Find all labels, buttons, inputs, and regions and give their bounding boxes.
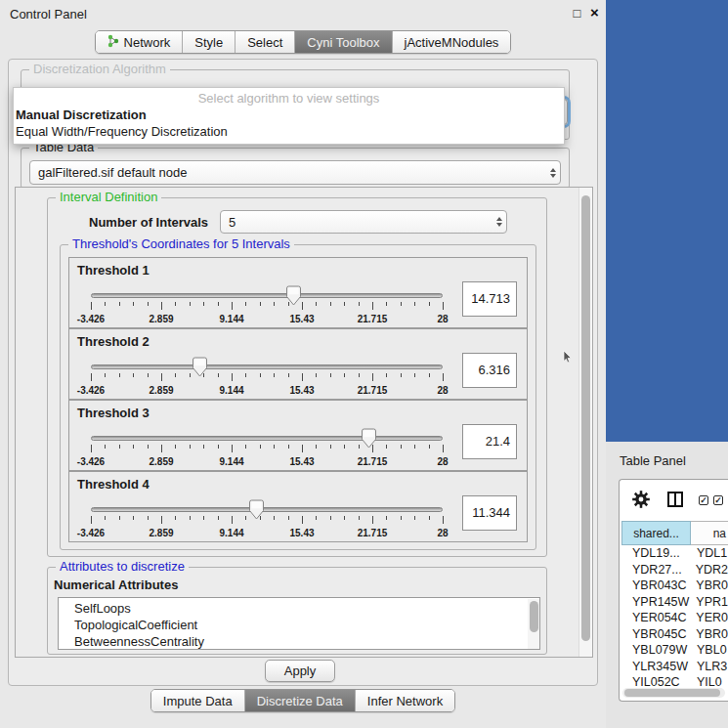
cell-shared-name[interactable]: YIL052C [621, 674, 694, 686]
cell-shared-name[interactable]: YBL079W [621, 642, 694, 659]
column-header-name[interactable]: na [691, 521, 728, 545]
threshold-2-slider[interactable]: -3.4262.8599.14415.4321.71528 [91, 357, 443, 398]
cell-shared-name[interactable]: YDL19... [621, 545, 694, 562]
settings-vertical-scrollbar[interactable] [578, 188, 592, 657]
threshold-1-value-field[interactable]: 14.713 [462, 281, 517, 317]
cell-shared-name[interactable]: YPR145W [621, 594, 693, 611]
cell-shared-name[interactable]: YDR27... [621, 562, 693, 578]
cell-name[interactable]: YPR1 [693, 594, 728, 611]
table-row[interactable]: YBL079WYBL0 [621, 642, 728, 659]
slider-tick [190, 302, 191, 306]
dropdown-option-equal-width-frequency[interactable]: Equal Width/Frequency Discretization [16, 124, 228, 139]
thresholds-group: Threshold's Coordinates for 5 Intervals … [60, 244, 536, 550]
slider-tick [133, 302, 134, 306]
slider-tick [105, 302, 106, 306]
slider-track[interactable] [91, 436, 443, 441]
scrollbar-thumb[interactable] [624, 689, 720, 697]
cell-name[interactable]: YER0 [693, 610, 728, 626]
cell-name[interactable]: YBR0 [693, 626, 728, 643]
table-row[interactable]: YLR345WYLR3 [621, 659, 728, 675]
cell-name[interactable]: YDR2 [693, 562, 728, 578]
slider-tick [218, 302, 219, 306]
slider-tick [274, 302, 275, 306]
slider-thumb[interactable] [362, 428, 376, 451]
number-of-intervals-combobox[interactable]: 5 [220, 210, 507, 234]
cell-shared-name[interactable]: YER054C [621, 610, 693, 626]
bottom-tabstrip: Impute DataDiscretize DataInfer Network [0, 689, 606, 712]
cell-name[interactable]: YIL0 [694, 674, 728, 686]
column-header-shared-name[interactable]: shared... [621, 521, 691, 545]
slider-track[interactable] [91, 293, 443, 298]
threshold-3-value-field[interactable]: 21.4 [462, 424, 517, 459]
table-row[interactable]: YBR045CYBR0 [621, 626, 728, 643]
slider-tick [119, 373, 120, 377]
slider-tick [105, 516, 106, 520]
slider-tick [330, 516, 331, 520]
dropdown-option-manual-discretization[interactable]: Manual Discretization [16, 107, 147, 122]
threshold-1-box: Threshold 1-3.4262.8599.14415.4321.71528… [68, 257, 528, 328]
network-icon [107, 34, 119, 51]
split-columns-icon[interactable] [667, 492, 683, 507]
tab-style[interactable]: Style [183, 31, 236, 53]
tab-network[interactable]: Network [96, 31, 184, 53]
tab-cyni-toolbox[interactable]: Cyni Toolbox [295, 31, 392, 53]
threshold-4-value-field[interactable]: 11.344 [462, 495, 517, 531]
slider-tick-label: 28 [437, 456, 448, 467]
bottom-tab-infer-network[interactable]: Infer Network [356, 690, 454, 711]
bottom-tab-discretize-data[interactable]: Discretize Data [245, 690, 356, 711]
scrollbar-thumb[interactable] [530, 601, 538, 632]
checked-checkbox-icon[interactable]: ✓ [713, 495, 723, 505]
cell-shared-name[interactable]: YBR045C [621, 626, 693, 643]
attribute-item-betweennesscentrality[interactable]: BetweennessCentrality [59, 633, 539, 650]
attribute-item-selfloops[interactable]: SelfLoops [59, 600, 539, 617]
attribute-item-topologicalcoefficient[interactable]: TopologicalCoefficient [59, 617, 539, 633]
tab-jactivemnodules[interactable]: jActiveMNodules [393, 31, 511, 53]
table-row[interactable]: YDL19...YDL1 [621, 545, 728, 562]
table-row[interactable]: YBR043CYBR0 [621, 578, 728, 594]
checked-checkbox-icon[interactable]: ✓ [699, 495, 708, 505]
tab-select[interactable]: Select [236, 31, 295, 53]
numerical-attributes-list[interactable]: SelfLoopsTopologicalCoefficientBetweenne… [58, 597, 540, 650]
cell-name[interactable]: YBR0 [693, 578, 728, 594]
slider-tick-label: 2.859 [149, 456, 173, 467]
tab-label: jActiveMNodules [405, 35, 499, 50]
slider-track[interactable] [91, 507, 443, 512]
attributes-scrollbar[interactable] [528, 599, 539, 650]
table-row[interactable]: YIL052CYIL0 [621, 674, 728, 686]
slider-tick [119, 302, 120, 306]
apply-button[interactable]: Apply [265, 660, 335, 682]
threshold-3-slider[interactable]: -3.4262.8599.14415.4321.71528 [91, 428, 443, 469]
table-row[interactable]: YDR27...YDR2 [621, 562, 728, 578]
threshold-4-slider[interactable]: -3.4262.8599.14415.4321.71528 [91, 499, 443, 540]
table-horizontal-scrollbar[interactable] [622, 688, 725, 698]
slider-thumb[interactable] [286, 285, 301, 309]
slider-tick [119, 516, 120, 520]
slider-thumb[interactable] [249, 499, 264, 523]
close-icon[interactable]: × [587, 5, 602, 20]
settings-scrollpane: Interval Definition Number of Intervals … [15, 187, 593, 658]
cell-shared-name[interactable]: YBR043C [621, 578, 693, 594]
bottom-tab-impute-data[interactable]: Impute Data [151, 690, 245, 711]
table-row[interactable]: YPR145WYPR1 [621, 594, 728, 611]
group-label: Threshold's Coordinates for 5 Intervals [68, 236, 294, 251]
scrollbar-thumb[interactable] [581, 195, 590, 641]
cell-name[interactable]: YBL0 [694, 642, 728, 659]
slider-tick [344, 445, 345, 449]
slider-tick [133, 445, 134, 449]
threshold-2-value-field[interactable]: 6.316 [462, 353, 517, 388]
cell-name[interactable]: YLR3 [694, 659, 728, 675]
threshold-1-slider[interactable]: -3.4262.8599.14415.4321.71528 [91, 285, 443, 326]
slider-track[interactable] [91, 364, 443, 369]
cell-name[interactable]: YDL1 [694, 545, 728, 562]
table-data-combobox[interactable]: galFiltered.sif default node [29, 160, 561, 185]
slider-thumb[interactable] [193, 357, 207, 380]
threshold-2-box: Threshold 2-3.4262.8599.14415.4321.71528… [68, 328, 528, 400]
group-label: Attributes to discretize [56, 559, 189, 574]
cell-shared-name[interactable]: YLR345W [621, 659, 694, 675]
table-row[interactable]: YER054CYER0 [621, 610, 728, 626]
tab-label: Select [247, 35, 282, 50]
gear-icon[interactable] [632, 491, 650, 508]
slider-tick [91, 445, 92, 452]
float-window-icon[interactable]: □ [570, 6, 584, 21]
slider-tick [245, 516, 246, 520]
